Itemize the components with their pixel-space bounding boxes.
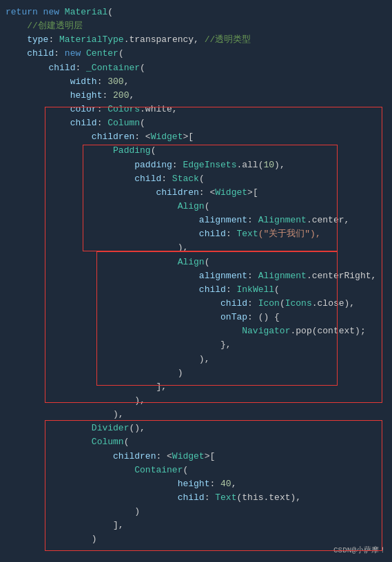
code-line: ], [0,380,392,394]
code-line: //创建透明层 [0,19,392,33]
code-line: Divider(), [0,422,392,435]
code-line: child: Icon(Icons.close), [0,297,392,311]
code-line: color: Colors.white, [0,103,392,116]
code-editor: return new Material( //创建透明层 type: Mater… [0,0,392,562]
code-line: ), [0,353,392,366]
code-line: Column( [0,435,392,449]
code-line: height: 40, [0,477,392,491]
code-line: height: 200, [0,89,392,103]
code-line: return new Material( [0,6,392,19]
code-line: child: _Container( [0,61,392,75]
code-line: ), [0,394,392,408]
code-line: children: <Widget>[ [0,130,392,144]
code-line: Container( [0,464,392,477]
code-line: Padding( [0,144,392,158]
code-line: ) [0,505,392,519]
code-line: width: 300, [0,75,392,89]
watermark: CSDN@小萨摩！ [333,545,386,555]
code-line: }, [0,338,392,352]
code-line: child: new Center( [0,47,392,61]
code-line: children: <Widget>[ [0,186,392,200]
code-line: ), [0,241,392,255]
code-line: children: <Widget>[ [0,450,392,464]
code-line: child: Stack( [0,172,392,186]
code-line: padding: EdgeInsets.all(10), [0,158,392,172]
code-line: ), [0,408,392,422]
code-line: child: Column( [0,116,392,130]
code-line: child: Text("关于我们"), [0,227,392,241]
code-line: child: InkWell( [0,283,392,297]
code-line: alignment: Alignment.centerRight, [0,269,392,283]
code-line: ], [0,519,392,532]
code-line: child: Text(this.text), [0,491,392,505]
code-line: Align( [0,256,392,269]
code-line: alignment: Alignment.center, [0,214,392,227]
code-line: onTap: () { [0,311,392,324]
code-line: type: MaterialType.transparency, //透明类型 [0,33,392,47]
code-line: ) [0,366,392,380]
code-line: Align( [0,200,392,214]
code-line: Navigator.pop(context); [0,324,392,338]
